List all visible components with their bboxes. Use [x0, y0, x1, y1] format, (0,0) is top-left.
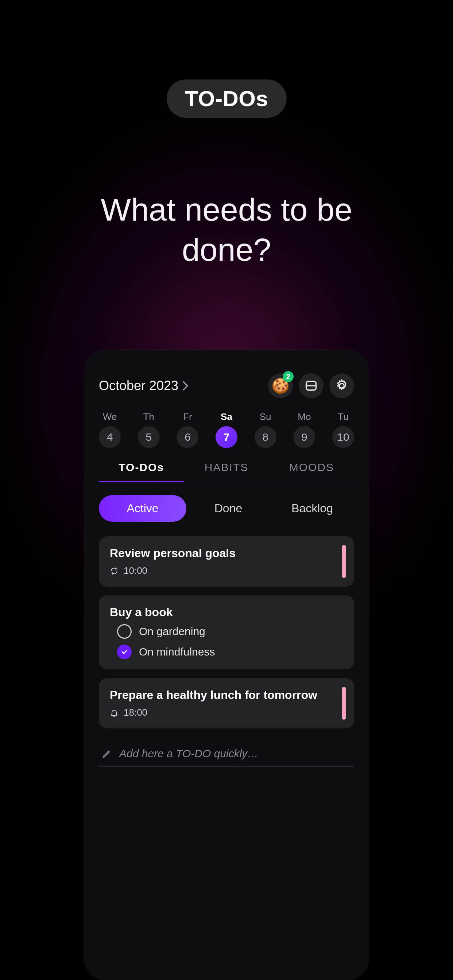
todo-card-review-goals[interactable]: Review personal goals 10:00 [99, 536, 354, 587]
chevron-right-icon [183, 381, 188, 390]
tab-todos[interactable]: TO-DOs [99, 461, 184, 482]
refresh-icon [110, 566, 118, 575]
day-su[interactable]: Su 8 [255, 411, 276, 448]
card-time: 18:00 [124, 707, 147, 718]
filter-row: Active Done Backlog [99, 495, 354, 522]
todo-card-healthy-lunch[interactable]: Prepare a healthy lunch for tomorrow 18:… [99, 678, 354, 729]
settings-button[interactable] [329, 373, 354, 398]
subtask-gardening[interactable]: On gardening [117, 624, 343, 639]
headline: What needs to be done? [62, 189, 391, 270]
gear-icon [335, 379, 349, 393]
card-time: 10:00 [124, 565, 147, 576]
card-title: Buy a book [110, 606, 343, 619]
pencil-icon [102, 748, 112, 759]
todo-card-buy-book[interactable]: Buy a book On gardening On mindfulness [99, 595, 354, 670]
day-num: 7 [215, 426, 238, 448]
day-sa[interactable]: Sa 7 [215, 411, 238, 448]
day-strip: We 4 Th 5 Fr 6 Sa 7 Su 8 Mo 9 [99, 411, 354, 448]
card-meta: 10:00 [110, 565, 343, 576]
card-color-stripe [342, 687, 346, 720]
day-abbr: Tu [338, 411, 348, 423]
subtask-label: On gardening [139, 625, 205, 638]
day-num: 9 [293, 426, 315, 448]
quick-add-placeholder: Add here a TO-DO quickly… [119, 748, 258, 760]
day-tu[interactable]: Tu 10 [332, 411, 354, 448]
day-abbr: Mo [298, 411, 311, 423]
header-row: October 2023 🍪 2 [99, 373, 354, 398]
subtask-mindfulness[interactable]: On mindfulness [117, 644, 343, 659]
checkbox-checked-icon[interactable] [117, 644, 132, 659]
checkbox-unchecked-icon[interactable] [117, 624, 132, 639]
month-title-label: October 2023 [99, 378, 179, 393]
page-pill-label: TO-DOs [185, 86, 268, 111]
day-num: 8 [255, 426, 276, 448]
day-abbr: Th [143, 411, 154, 423]
calendar-rows-icon [305, 379, 318, 392]
quick-add-input[interactable]: Add here a TO-DO quickly… [99, 737, 354, 767]
section-tabs: TO-DOs HABITS MOODS [99, 461, 354, 482]
day-abbr: Fr [183, 411, 192, 423]
subtask-list: On gardening On mindfulness [117, 624, 343, 659]
page-pill: TO-DOs [167, 80, 287, 118]
day-num: 4 [99, 426, 121, 448]
card-title: Review personal goals [110, 547, 343, 560]
day-abbr: Sa [221, 411, 232, 423]
card-meta: 18:00 [110, 707, 343, 718]
rewards-badge: 2 [283, 371, 293, 382]
day-num: 10 [332, 426, 354, 448]
month-selector[interactable]: October 2023 [99, 378, 188, 393]
bell-icon [110, 708, 118, 717]
header-actions: 🍪 2 [268, 373, 354, 398]
card-color-stripe [342, 545, 346, 578]
day-fr[interactable]: Fr 6 [177, 411, 198, 448]
filter-backlog[interactable]: Backlog [270, 495, 354, 522]
tab-habits[interactable]: HABITS [184, 461, 269, 482]
day-mo[interactable]: Mo 9 [293, 411, 315, 448]
filter-active[interactable]: Active [99, 495, 187, 522]
day-abbr: Su [260, 411, 271, 423]
tab-moods[interactable]: MOODS [269, 461, 354, 482]
day-num: 6 [177, 426, 198, 448]
day-abbr: We [103, 411, 117, 423]
device-frame: October 2023 🍪 2 [84, 350, 369, 980]
card-title: Prepare a healthy lunch for tomorrow [110, 688, 343, 702]
calendar-view-button[interactable] [299, 373, 324, 398]
rewards-button[interactable]: 🍪 2 [268, 373, 293, 398]
day-num: 5 [138, 426, 160, 448]
day-we[interactable]: We 4 [99, 411, 121, 448]
filter-done[interactable]: Done [187, 495, 270, 522]
subtask-label: On mindfulness [139, 646, 215, 658]
day-th[interactable]: Th 5 [138, 411, 160, 448]
